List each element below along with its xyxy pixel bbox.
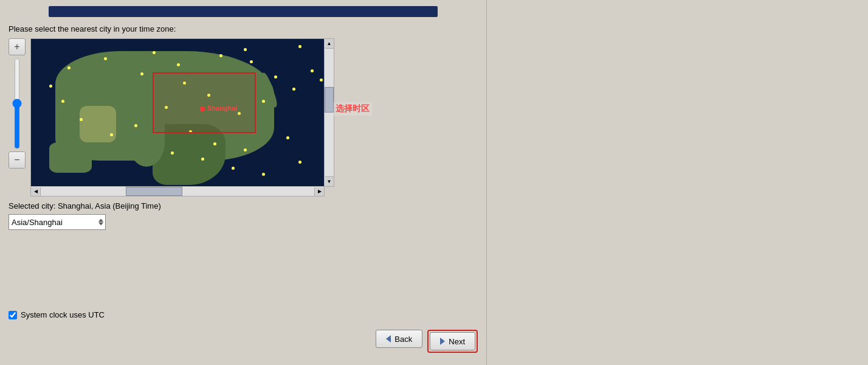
divider-line bbox=[486, 0, 487, 365]
zoom-slider[interactable] bbox=[12, 58, 22, 149]
vscroll-down-button[interactable]: ▼ bbox=[325, 176, 334, 186]
utc-checkbox-row: System clock uses UTC bbox=[9, 310, 105, 319]
utc-checkbox[interactable] bbox=[9, 311, 17, 319]
city-dot bbox=[311, 69, 314, 72]
hscroll-thumb[interactable] bbox=[126, 187, 182, 196]
page-container: Please select the nearest city in your t… bbox=[0, 0, 486, 365]
selected-city-dot bbox=[200, 106, 205, 111]
city-dot bbox=[244, 48, 247, 51]
back-button-label: Back bbox=[394, 335, 412, 344]
progress-bar bbox=[49, 6, 438, 17]
hscroll-track[interactable] bbox=[41, 187, 324, 196]
map-background: Shanghai bbox=[31, 39, 324, 186]
map-area: + − bbox=[9, 38, 478, 196]
map-horizontal-scrollbar: ◀ ▶ bbox=[30, 187, 325, 196]
vscroll-thumb[interactable] bbox=[325, 87, 334, 113]
city-dot bbox=[274, 75, 277, 78]
timezone-select-wrapper: Asia/Shanghai Asia/Beijing Asia/Tokyo As… bbox=[9, 214, 106, 230]
back-button[interactable]: Back bbox=[376, 330, 422, 348]
next-arrow-icon bbox=[440, 338, 445, 345]
map-row: Shanghai ▲ ▼ bbox=[30, 38, 334, 187]
city-dot bbox=[110, 133, 113, 136]
city-dot bbox=[292, 88, 295, 91]
city-dot bbox=[298, 45, 301, 48]
next-button-label: Next bbox=[449, 337, 465, 346]
selection-box bbox=[153, 72, 256, 133]
map-section: Shanghai ▲ ▼ ◀ ▶ bbox=[30, 38, 334, 196]
city-dot bbox=[213, 142, 216, 145]
city-dot bbox=[219, 54, 222, 57]
zoom-in-button[interactable]: + bbox=[9, 38, 26, 55]
chinese-timezone-label: 选择时区 bbox=[333, 102, 372, 116]
city-dot bbox=[250, 60, 253, 63]
city-dot bbox=[262, 173, 265, 176]
selected-city-info: Selected city: Shanghai, Asia (Beijing T… bbox=[9, 201, 478, 210]
city-dot bbox=[153, 51, 156, 54]
city-dot bbox=[80, 118, 83, 121]
city-dot bbox=[286, 136, 289, 139]
bottom-buttons: Back Next bbox=[376, 330, 478, 353]
city-dot bbox=[232, 167, 235, 170]
city-dot bbox=[177, 63, 180, 66]
city-dot bbox=[104, 57, 107, 60]
city-dot bbox=[298, 161, 301, 164]
map-viewport[interactable]: Shanghai bbox=[30, 38, 325, 187]
timezone-select-container: Asia/Shanghai Asia/Beijing Asia/Tokyo As… bbox=[9, 214, 478, 230]
hscroll-right-button[interactable]: ▶ bbox=[314, 187, 324, 196]
timezone-dropdown[interactable]: Asia/Shanghai Asia/Beijing Asia/Tokyo As… bbox=[9, 214, 106, 230]
selected-city-label: Shanghai bbox=[207, 105, 238, 112]
hscroll-left-button[interactable]: ◀ bbox=[31, 187, 41, 196]
city-dot bbox=[140, 72, 143, 75]
city-dot bbox=[61, 100, 64, 103]
city-dot bbox=[262, 100, 265, 103]
zoom-controls: + − bbox=[9, 38, 26, 169]
zoom-out-button[interactable]: − bbox=[9, 151, 26, 169]
vscroll-track[interactable] bbox=[325, 49, 334, 176]
next-button[interactable]: Next bbox=[430, 332, 475, 350]
zoom-slider-container bbox=[12, 58, 22, 149]
city-dot bbox=[49, 85, 52, 88]
city-dot bbox=[201, 158, 204, 161]
city-dot bbox=[134, 124, 137, 127]
city-dot bbox=[171, 151, 174, 155]
city-dot bbox=[67, 66, 71, 69]
instruction-text: Please select the nearest city in your t… bbox=[9, 24, 478, 33]
next-button-highlight: Next bbox=[427, 330, 478, 353]
vscroll-up-button[interactable]: ▲ bbox=[325, 39, 334, 49]
utc-label[interactable]: System clock uses UTC bbox=[21, 310, 105, 319]
city-dot bbox=[320, 78, 323, 82]
city-dot bbox=[244, 148, 247, 151]
back-arrow-icon bbox=[386, 335, 391, 342]
right-panel bbox=[486, 0, 868, 365]
